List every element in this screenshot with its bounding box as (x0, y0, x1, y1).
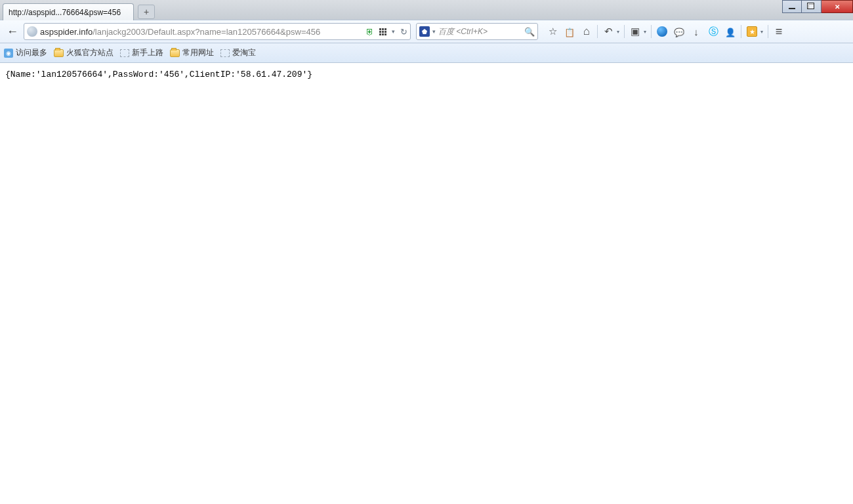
globe-icon (27, 26, 37, 37)
page-icon (120, 49, 129, 57)
page-content: {Name:'lan120576664',PassWord:'456',Clie… (0, 63, 853, 86)
url-path: /lanjackg2003/Default.aspx?name=lan12057… (93, 27, 320, 37)
undo-icon (604, 26, 613, 37)
window-minimize-button[interactable] (782, 0, 802, 13)
bookmark-item[interactable]: ◉ 访问最多 (4, 47, 47, 58)
skype-button[interactable]: Ⓢ (705, 24, 721, 39)
folder-icon (54, 49, 64, 57)
browser-tab-active[interactable]: http://aspspid...76664&psw=456 (3, 3, 134, 20)
favorites-button[interactable]: ★ (744, 24, 760, 39)
search-engine-icon[interactable] (419, 26, 430, 37)
address-bar[interactable]: aspspider.info/lanjackg2003/Default.aspx… (24, 23, 411, 40)
toolbar-separator (741, 25, 741, 38)
chat-icon (674, 26, 684, 37)
crop-icon (631, 26, 640, 37)
undo-dropdown[interactable]: ▾ (615, 24, 621, 39)
screenshot-dropdown[interactable]: ▾ (642, 24, 648, 39)
clipboard-icon (564, 26, 575, 37)
arrow-left-icon (7, 25, 18, 39)
search-engine-dropdown-icon[interactable]: ▾ (432, 28, 436, 35)
search-bar[interactable]: ▾ 百度 <Ctrl+K> 🔍 (416, 23, 538, 40)
undo-button[interactable] (600, 24, 616, 39)
library-button[interactable] (562, 24, 577, 39)
bookmarks-bar: ◉ 访问最多 火狐官方站点 新手上路 常用网址 爱淘宝 (0, 43, 853, 63)
bookmark-label: 新手上路 (132, 47, 163, 58)
back-button[interactable] (4, 23, 21, 40)
toolbar-right: ▾ ▾ Ⓢ ★ ▾ (545, 24, 787, 39)
bookmark-label: 爱淘宝 (232, 47, 256, 58)
search-icon[interactable]: 🔍 (524, 27, 535, 37)
reload-icon[interactable] (400, 27, 407, 37)
menu-button[interactable] (771, 24, 787, 39)
star-icon (549, 26, 557, 37)
toolbar-separator (624, 25, 625, 38)
tab-strip: http://aspspid...76664&psw=456 + (0, 0, 853, 20)
navigation-toolbar: aspspider.info/lanjackg2003/Default.aspx… (0, 20, 853, 43)
address-bar-icons: ⛨ ▾ (365, 27, 407, 37)
bookmark-label: 火狐官方站点 (66, 47, 114, 58)
bookmark-item[interactable]: 新手上路 (120, 47, 163, 58)
search-placeholder: 百度 <Ctrl+K> (438, 26, 522, 37)
star-box-icon: ★ (747, 26, 757, 37)
home-button[interactable] (579, 24, 594, 39)
toolbar-separator (768, 25, 768, 38)
bookmark-label: 常用网址 (182, 47, 214, 58)
window-maximize-button[interactable] (802, 0, 822, 13)
home-icon (583, 25, 590, 38)
ie-button[interactable] (654, 24, 670, 39)
bookmark-label: 访问最多 (16, 47, 47, 58)
ie-icon (657, 26, 667, 37)
toolbar-separator (651, 25, 652, 38)
account-button[interactable] (722, 24, 738, 39)
bookmark-star-button[interactable] (545, 24, 560, 39)
downloads-button[interactable] (688, 24, 704, 39)
window-close-button[interactable] (822, 0, 853, 13)
toolbar-separator (597, 25, 598, 38)
page-icon (220, 49, 230, 57)
tab-title: http://aspspid...76664&psw=456 (9, 8, 128, 17)
close-icon (835, 3, 840, 10)
folder-icon (170, 49, 180, 57)
minimize-icon (789, 8, 795, 9)
bookmark-item[interactable]: 爱淘宝 (220, 47, 256, 58)
qr-icon[interactable] (379, 28, 386, 35)
person-icon (725, 26, 736, 37)
bookmark-item[interactable]: 常用网址 (170, 47, 214, 58)
screenshot-button[interactable] (627, 24, 643, 39)
chat-button[interactable] (671, 24, 687, 39)
maximize-icon (808, 4, 814, 9)
url-host: aspspider.info (40, 27, 93, 37)
new-tab-button[interactable]: + (138, 5, 155, 19)
shield-icon[interactable]: ⛨ (365, 27, 374, 37)
window-controls (782, 0, 853, 13)
feed-icon: ◉ (4, 49, 13, 58)
url-text: aspspider.info/lanjackg2003/Default.aspx… (40, 27, 363, 37)
url-dropdown-icon[interactable]: ▾ (392, 28, 395, 35)
favorites-dropdown[interactable]: ▾ (759, 24, 765, 39)
bookmark-item[interactable]: 火狐官方站点 (54, 47, 114, 58)
download-icon (694, 26, 699, 37)
menu-icon (776, 25, 783, 39)
